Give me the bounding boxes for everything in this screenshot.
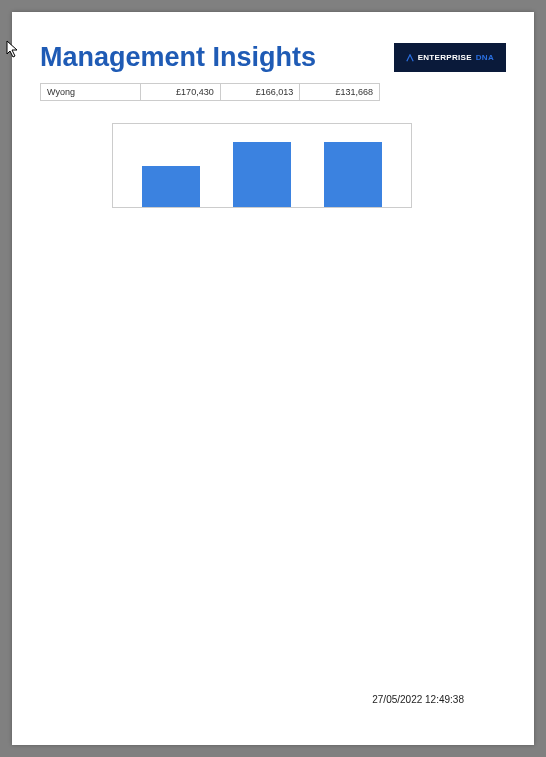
footer-timestamp: 27/05/2022 12:49:38 bbox=[372, 694, 464, 705]
enterprise-dna-logo: ENTERPRISE DNA bbox=[394, 43, 506, 72]
data-table: Wyong £170,430 £166,013 £131,668 bbox=[40, 83, 380, 101]
cell-value: £170,430 bbox=[141, 84, 221, 101]
row-label: Wyong bbox=[41, 84, 141, 101]
header: Management Insights ENTERPRISE DNA bbox=[40, 42, 506, 73]
cell-value: £131,668 bbox=[300, 84, 380, 101]
logo-accent: DNA bbox=[476, 53, 494, 62]
bar-1 bbox=[142, 166, 200, 208]
bar-2 bbox=[233, 142, 291, 207]
report-page: Management Insights ENTERPRISE DNA Wyong… bbox=[12, 12, 534, 745]
logo-icon bbox=[406, 54, 414, 62]
page-title: Management Insights bbox=[40, 42, 316, 73]
bar-chart bbox=[112, 123, 412, 208]
cell-value: £166,013 bbox=[220, 84, 300, 101]
bar-3 bbox=[324, 142, 382, 207]
table-row: Wyong £170,430 £166,013 £131,668 bbox=[41, 84, 380, 101]
logo-text: ENTERPRISE bbox=[418, 53, 472, 62]
